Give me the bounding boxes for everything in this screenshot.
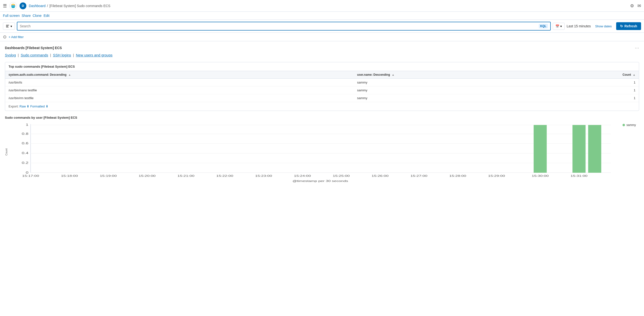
dashboard-header: Dashboards [Filebeat System] ECS ⋯ <box>5 45 639 50</box>
hamburger-icon[interactable]: ☰ <box>3 3 7 8</box>
cell-count: 1 <box>576 79 639 86</box>
svg-rect-7 <box>6 27 8 27</box>
legend-label-sammy: sammy <box>626 123 636 127</box>
breadcrumb-separator: / <box>47 4 48 8</box>
nav-sep-3: | <box>73 53 74 57</box>
export-bar: Export: Raw ⬇ Formatted ⬇ <box>5 102 639 110</box>
time-range-label: Last 15 minutes <box>566 24 591 28</box>
refresh-icon: ↻ <box>620 24 623 28</box>
filter-bar: ⊙ + Add filter <box>0 33 644 41</box>
main-content: Dashboards [Filebeat System] ECS ⋯ Syslo… <box>0 41 644 186</box>
breadcrumb-current: [Filebeat System] Sudo commands ECS <box>49 4 110 8</box>
cell-cmd: /usr/bin/nano testfile <box>5 86 354 94</box>
sudo-table-body: /usr/bin/ls sammy 1 /usr/bin/nano testfi… <box>5 79 639 102</box>
table-row: /usr/bin/rm testfile sammy 1 <box>5 94 639 102</box>
fullscreen-button[interactable]: Full screen <box>3 14 20 18</box>
search-input-wrap: KQL <box>17 22 551 30</box>
chart-svg: 0 0.2 0.4 0.6 0.8 1 <box>9 121 620 182</box>
search-type-icon <box>6 24 10 28</box>
refresh-label: Refresh <box>624 24 637 28</box>
search-type-button[interactable]: ▾ <box>3 22 15 30</box>
nav-link-ssh[interactable]: SSH logins <box>53 53 71 57</box>
svg-text:1: 1 <box>26 123 28 126</box>
search-input[interactable] <box>20 24 539 28</box>
svg-text:15:17:00: 15:17:00 <box>22 174 39 178</box>
svg-text:15:19:00: 15:19:00 <box>100 174 117 178</box>
svg-text:15:25:00: 15:25:00 <box>333 174 350 178</box>
chart-container: Count 0 0.2 0.4 <box>5 121 639 182</box>
legend-dot-sammy <box>622 124 625 126</box>
cell-count: 1 <box>576 86 639 94</box>
breadcrumb-dashboard-link[interactable]: Dashboard <box>29 4 46 8</box>
nav-sep-2: | <box>50 53 51 57</box>
svg-text:15:20:00: 15:20:00 <box>139 174 156 178</box>
svg-text:15:22:00: 15:22:00 <box>216 174 234 178</box>
export-raw-link[interactable]: Raw ⬇ <box>20 104 30 108</box>
col-header-user[interactable]: user.name: Descending ▲ <box>354 71 576 79</box>
legend-item-sammy: sammy <box>622 123 636 127</box>
svg-text:15:27:00: 15:27:00 <box>410 174 428 178</box>
cell-count: 1 <box>576 94 639 102</box>
edit-button[interactable]: Edit <box>44 14 49 18</box>
dashboard-header-title: Dashboards [Filebeat System] ECS <box>5 46 62 50</box>
settings-icon[interactable]: ⚙ <box>630 3 634 8</box>
kql-badge[interactable]: KQL <box>539 24 548 28</box>
toolbar: Full screen Share Clone Edit <box>0 12 644 20</box>
cell-cmd: /usr/bin/rm testfile <box>5 94 354 102</box>
refresh-button[interactable]: ↻ Refresh <box>616 22 641 30</box>
cell-user: sammy <box>354 94 576 102</box>
export-formatted-link[interactable]: Formatted ⬇ <box>30 104 48 108</box>
dashboard-nav-links: Syslog | Sudo commands | SSH logins | Ne… <box>5 53 639 57</box>
time-picker-button[interactable]: 📅 ▾ <box>553 23 565 30</box>
col-header-count[interactable]: Count ▲ <box>576 71 639 79</box>
chart-title: Sudo commands by user [Filebeat System] … <box>5 116 639 120</box>
table-header-row: system.auth.sudo.command: Descending ▲ u… <box>5 71 639 79</box>
share-button[interactable]: Share <box>22 14 30 18</box>
add-filter-button[interactable]: + Add filter <box>8 35 24 39</box>
col-header-cmd[interactable]: system.auth.sudo.command: Descending ▲ <box>5 71 354 79</box>
svg-point-4 <box>12 4 15 5</box>
search-bar: ▾ KQL 📅 ▾ Last 15 minutes Show dates ↻ R… <box>0 20 644 33</box>
calendar-icon: 📅 <box>556 24 559 28</box>
svg-text:15:18:00: 15:18:00 <box>61 174 78 178</box>
top-nav: ☰ D Dashboard / [Filebeat System] Sudo c… <box>0 0 644 12</box>
bar-1531b <box>588 125 601 173</box>
nav-link-syslog[interactable]: Syslog <box>5 53 16 57</box>
filter-options-button[interactable]: ⊙ <box>3 34 6 40</box>
svg-rect-6 <box>6 26 8 26</box>
nav-link-newusers[interactable]: New users and groups <box>76 53 112 57</box>
svg-text:15:23:00: 15:23:00 <box>255 174 272 178</box>
svg-text:15:29:00: 15:29:00 <box>488 174 505 178</box>
svg-text:15:24:00: 15:24:00 <box>294 174 311 178</box>
nav-icons: ⚙ ✉ <box>630 3 641 8</box>
dashboard-menu-icon[interactable]: ⋯ <box>635 45 639 50</box>
breadcrumb: Dashboard / [Filebeat System] Sudo comma… <box>29 4 628 8</box>
svg-text:15:28:00: 15:28:00 <box>449 174 466 178</box>
elastic-logo <box>9 2 17 10</box>
sudo-by-user-chart-panel: Sudo commands by user [Filebeat System] … <box>5 116 639 182</box>
svg-text:0.8: 0.8 <box>22 132 28 135</box>
nav-sep-1: | <box>18 53 19 57</box>
panel1-title: Top sudo commands [Filebeat System] ECS <box>5 62 639 71</box>
user-avatar[interactable]: D <box>20 2 26 9</box>
table-row: /usr/bin/ls sammy 1 <box>5 79 639 86</box>
sudo-commands-table: system.auth.sudo.command: Descending ▲ u… <box>5 71 639 102</box>
table-row: /usr/bin/nano testfile sammy 1 <box>5 86 639 94</box>
svg-text:15:30:00: 15:30:00 <box>532 174 549 178</box>
mail-icon[interactable]: ✉ <box>638 3 641 8</box>
svg-text:0: 0 <box>26 171 28 174</box>
chart-y-label: Count <box>5 121 8 182</box>
svg-text:15:26:00: 15:26:00 <box>372 174 389 178</box>
nav-link-sudo[interactable]: Sudo commands <box>21 53 48 57</box>
cell-user: sammy <box>354 79 576 86</box>
top-sudo-commands-panel: Top sudo commands [Filebeat System] ECS … <box>5 62 639 111</box>
sort-icon-user: ▲ <box>392 73 394 76</box>
bar-1531a <box>572 125 586 173</box>
svg-text:0.2: 0.2 <box>22 161 28 164</box>
chart-area: 0 0.2 0.4 0.6 0.8 1 <box>9 121 620 182</box>
show-dates-button[interactable]: Show dates <box>593 23 614 30</box>
chart-legend: sammy <box>620 121 639 182</box>
svg-point-3 <box>12 6 15 8</box>
clone-button[interactable]: Clone <box>33 14 42 18</box>
chevron-down-icon: ▾ <box>10 24 12 28</box>
